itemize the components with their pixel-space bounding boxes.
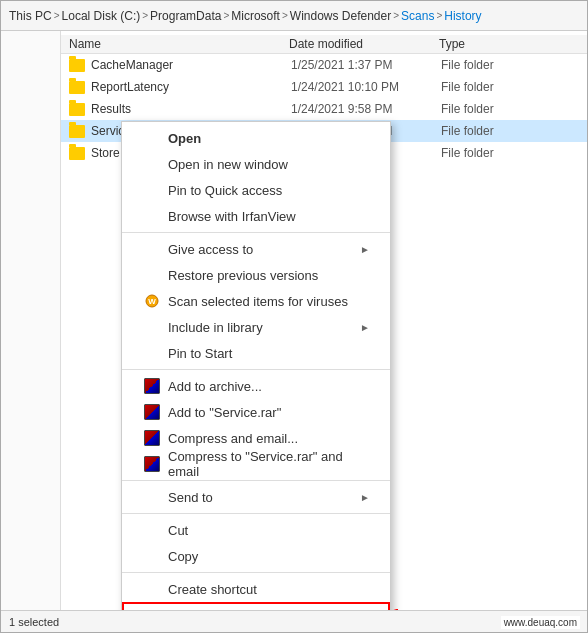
menu-separator — [122, 369, 390, 370]
status-text: 1 selected — [9, 616, 59, 628]
breadcrumb-programdata[interactable]: ProgramData — [150, 9, 221, 23]
annotation-arrow — [393, 603, 443, 611]
menu-item-compress-email[interactable]: Compress and email... — [122, 425, 390, 451]
folder-icon — [69, 59, 85, 72]
table-row[interactable]: Results 1/24/2021 9:58 PM File folder — [61, 98, 587, 120]
explorer-window: This PC > Local Disk (C:) > ProgramData … — [0, 0, 588, 633]
col-header-type[interactable]: Type — [439, 37, 539, 51]
file-name: ReportLatency — [91, 80, 291, 94]
menu-item-give-access[interactable]: Give access to ► — [122, 236, 390, 262]
col-header-name[interactable]: Name — [69, 37, 289, 51]
svg-text:W: W — [148, 297, 156, 306]
watermark: www.deuaq.com — [501, 616, 580, 629]
sidebar — [1, 31, 61, 610]
breadcrumb-scans[interactable]: Scans — [401, 9, 434, 23]
menu-item-cut[interactable]: Cut — [122, 517, 390, 543]
menu-item-open[interactable]: Open — [122, 125, 390, 151]
table-row[interactable]: ReportLatency 1/24/2021 10:10 PM File fo… — [61, 76, 587, 98]
col-header-date[interactable]: Date modified — [289, 37, 439, 51]
folder-icon — [69, 125, 85, 138]
status-bar: 1 selected www.deuaq.com — [1, 610, 587, 632]
menu-item-browse-irfanview[interactable]: Browse with IrfanView — [122, 203, 390, 229]
file-list-area: Name Date modified Type CacheManager 1/2… — [1, 31, 587, 610]
menu-item-compress-rar-email[interactable]: Compress to "Service.rar" and email — [122, 451, 390, 477]
menu-item-scan-viruses[interactable]: W Scan selected items for viruses — [122, 288, 390, 314]
breadcrumb-windows-defender[interactable]: Windows Defender — [290, 9, 391, 23]
menu-separator — [122, 232, 390, 233]
folder-icon — [69, 147, 85, 160]
winrar-icon — [144, 378, 160, 394]
winrar-icon — [144, 430, 160, 446]
winrar-icon — [144, 404, 160, 420]
folder-icon — [69, 81, 85, 94]
menu-open-icon — [142, 130, 162, 146]
menu-item-create-shortcut[interactable]: Create shortcut — [122, 576, 390, 602]
file-type: File folder — [441, 102, 541, 116]
winrar-icon — [144, 456, 160, 472]
menu-item-copy[interactable]: Copy — [122, 543, 390, 569]
breadcrumb-history[interactable]: History — [444, 9, 481, 23]
breadcrumb-this-pc[interactable]: This PC — [9, 9, 52, 23]
menu-item-pin-start[interactable]: Pin to Start — [122, 340, 390, 366]
file-date: 1/24/2021 9:58 PM — [291, 102, 441, 116]
folder-icon — [69, 103, 85, 116]
file-type: File folder — [441, 146, 541, 160]
main-content: Name Date modified Type CacheManager 1/2… — [61, 31, 587, 610]
menu-item-add-archive[interactable]: Add to archive... — [122, 373, 390, 399]
menu-separator — [122, 572, 390, 573]
context-menu: Open Open in new window Pin to Quick acc… — [121, 121, 391, 610]
table-row[interactable]: CacheManager 1/25/2021 1:37 PM File fold… — [61, 54, 587, 76]
file-date: 1/24/2021 10:10 PM — [291, 80, 441, 94]
menu-separator — [122, 480, 390, 481]
menu-separator — [122, 513, 390, 514]
file-date: 1/25/2021 1:37 PM — [291, 58, 441, 72]
breadcrumb-microsoft[interactable]: Microsoft — [231, 9, 280, 23]
column-headers: Name Date modified Type — [61, 35, 587, 54]
file-name: Results — [91, 102, 291, 116]
menu-item-include-library[interactable]: Include in library ► — [122, 314, 390, 340]
menu-item-add-rar[interactable]: Add to "Service.rar" — [122, 399, 390, 425]
menu-item-send-to[interactable]: Send to ► — [122, 484, 390, 510]
file-type: File folder — [441, 124, 541, 138]
file-type: File folder — [441, 58, 541, 72]
menu-item-restore-previous[interactable]: Restore previous versions — [122, 262, 390, 288]
address-bar: This PC > Local Disk (C:) > ProgramData … — [1, 1, 587, 31]
breadcrumb-local-disk[interactable]: Local Disk (C:) — [62, 9, 141, 23]
menu-item-delete[interactable]: Delete — [122, 602, 390, 610]
menu-item-open-new-window[interactable]: Open in new window — [122, 151, 390, 177]
file-type: File folder — [441, 80, 541, 94]
menu-item-pin-quick-access[interactable]: Pin to Quick access — [122, 177, 390, 203]
file-name: CacheManager — [91, 58, 291, 72]
